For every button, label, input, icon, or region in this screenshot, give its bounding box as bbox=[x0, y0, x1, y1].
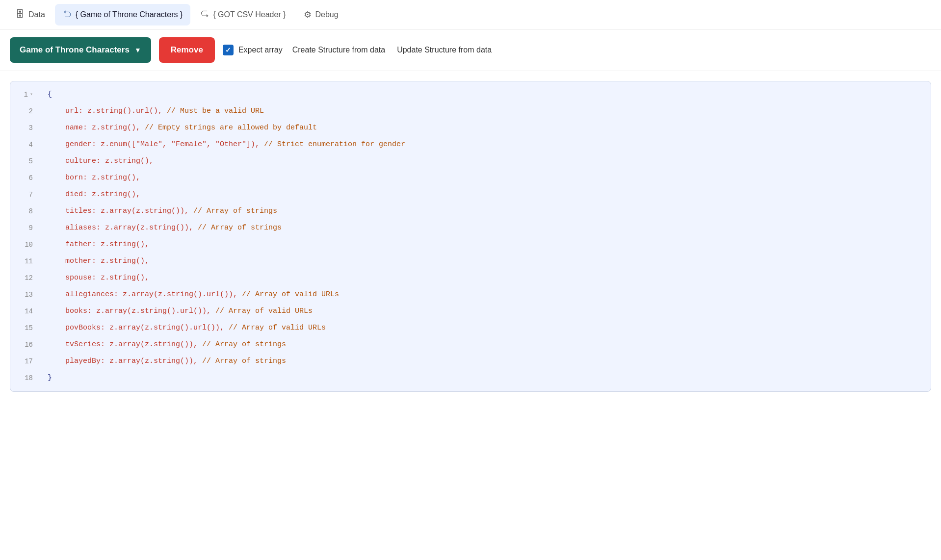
code-area[interactable]: 1 ▾23456789101112131415161718 { url: z.s… bbox=[10, 81, 931, 391]
line-number: 10 bbox=[18, 236, 33, 253]
tab-data[interactable]: 🗄 Data bbox=[8, 4, 53, 25]
code-line: { bbox=[48, 86, 921, 103]
expect-array-label: Expect array bbox=[238, 46, 283, 54]
remove-button[interactable]: Remove bbox=[159, 37, 215, 63]
line-number: 2 bbox=[18, 103, 33, 120]
code-line: url: z.string().url(), // Must be a vali… bbox=[48, 103, 921, 120]
code-line: culture: z.string(), bbox=[48, 153, 921, 170]
code-line: playedBy: z.array(z.string()), // Array … bbox=[48, 353, 921, 370]
line-number: 6 bbox=[18, 170, 33, 186]
fold-icon: ▾ bbox=[30, 86, 33, 103]
debug-icon: ⚙ bbox=[304, 9, 312, 20]
line-number: 12 bbox=[18, 270, 33, 286]
tab-game-of-throne[interactable]: ⮌ { Game of Throne Characters } bbox=[55, 4, 190, 25]
code-line: spouse: z.string(), bbox=[48, 270, 921, 286]
data-icon: 🗄 bbox=[16, 9, 25, 20]
line-number: 3 bbox=[18, 120, 33, 136]
line-numbers: 1 ▾23456789101112131415161718 bbox=[10, 86, 38, 386]
tab-bar: 🗄 Data ⮌ { Game of Throne Characters } ⮎… bbox=[0, 0, 941, 29]
got-csv-header-icon: ⮎ bbox=[200, 9, 209, 20]
chevron-down-icon: ▼ bbox=[134, 46, 141, 54]
code-line: died: z.string(), bbox=[48, 186, 921, 203]
toolbar: Game of Throne Characters ▼ Remove ✓ Exp… bbox=[0, 29, 941, 71]
dataset-button[interactable]: Game of Throne Characters ▼ bbox=[10, 37, 151, 63]
line-number: 8 bbox=[18, 203, 33, 220]
code-line: born: z.string(), bbox=[48, 170, 921, 186]
line-number: 7 bbox=[18, 186, 33, 203]
create-structure-button[interactable]: Create Structure from data bbox=[290, 42, 387, 58]
code-line: gender: z.enum(["Male", "Female", "Other… bbox=[48, 136, 921, 153]
line-number: 18 bbox=[18, 370, 33, 386]
line-number: 13 bbox=[18, 286, 33, 303]
tab-debug-label: Debug bbox=[315, 10, 339, 19]
expect-array-checkbox[interactable]: ✓ bbox=[223, 45, 234, 55]
code-line: mother: z.string(), bbox=[48, 253, 921, 270]
code-line: allegiances: z.array(z.string().url()), … bbox=[48, 286, 921, 303]
code-lines[interactable]: { url: z.string().url(), // Must be a va… bbox=[38, 86, 931, 386]
code-line: tvSeries: z.array(z.string()), // Array … bbox=[48, 336, 921, 353]
line-number: 5 bbox=[18, 153, 33, 170]
code-line: aliases: z.array(z.string()), // Array o… bbox=[48, 220, 921, 236]
tab-got-csv-header-label: { GOT CSV Header } bbox=[213, 10, 286, 19]
line-number: 1 ▾ bbox=[18, 86, 33, 103]
code-line: father: z.string(), bbox=[48, 236, 921, 253]
code-line: name: z.string(), // Empty strings are a… bbox=[48, 120, 921, 136]
line-number: 9 bbox=[18, 220, 33, 236]
code-line: titles: z.array(z.string()), // Array of… bbox=[48, 203, 921, 220]
code-line: books: z.array(z.string().url()), // Arr… bbox=[48, 303, 921, 320]
code-editor: 1 ▾23456789101112131415161718 { url: z.s… bbox=[10, 81, 931, 392]
line-number: 14 bbox=[18, 303, 33, 320]
tab-debug[interactable]: ⚙ Debug bbox=[296, 4, 346, 25]
expect-array-control[interactable]: ✓ Expect array bbox=[223, 45, 283, 55]
game-of-throne-icon: ⮌ bbox=[63, 9, 72, 20]
code-line: } bbox=[48, 370, 921, 386]
update-structure-button[interactable]: Update Structure from data bbox=[395, 42, 494, 58]
tab-got-csv-header[interactable]: ⮎ { GOT CSV Header } bbox=[192, 4, 293, 25]
line-number: 15 bbox=[18, 320, 33, 336]
line-number: 4 bbox=[18, 136, 33, 153]
line-number: 11 bbox=[18, 253, 33, 270]
line-number: 16 bbox=[18, 336, 33, 353]
code-line: povBooks: z.array(z.string().url()), // … bbox=[48, 320, 921, 336]
tab-game-of-throne-label: { Game of Throne Characters } bbox=[76, 10, 183, 19]
line-number: 17 bbox=[18, 353, 33, 370]
dataset-label: Game of Throne Characters bbox=[20, 45, 130, 55]
tab-data-label: Data bbox=[28, 10, 45, 19]
